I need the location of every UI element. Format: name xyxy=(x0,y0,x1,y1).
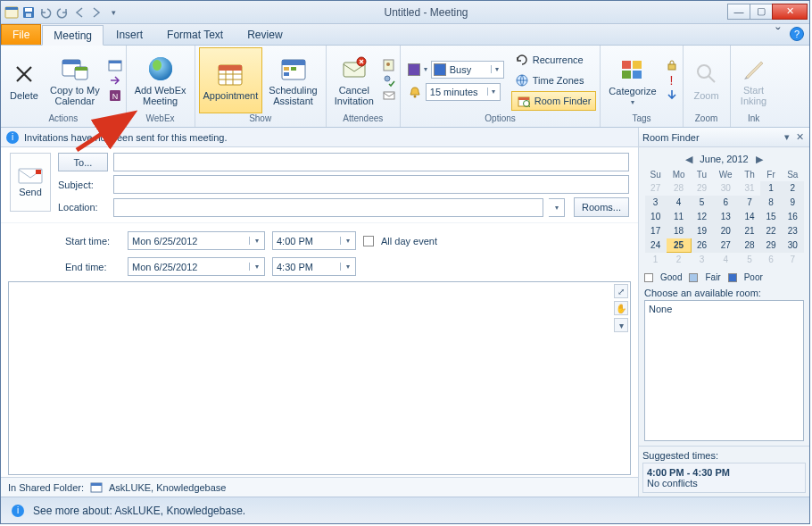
suggested-times: Suggested times: 4:00 PM - 4:30 PM No co… xyxy=(639,446,809,497)
reminder-selector[interactable]: 15 minutes ▾ xyxy=(404,82,508,102)
window-title: Untitled - Meeting xyxy=(124,6,728,19)
all-day-label: All day event xyxy=(381,236,437,246)
suggested-time-range: 4:00 PM - 4:30 PM xyxy=(647,467,801,478)
location-field[interactable] xyxy=(113,198,543,217)
location-dropdown[interactable]: ▾ xyxy=(549,198,565,217)
time-zones-button[interactable]: Time Zones xyxy=(511,71,597,90)
reminder-dropdown-icon[interactable]: ▾ xyxy=(487,88,500,96)
room-finder-button[interactable]: Room Finder xyxy=(511,91,597,111)
room-finder-close-icon[interactable]: ✕ xyxy=(793,131,806,144)
send-button[interactable]: Send xyxy=(10,153,51,212)
time-zones-label: Time Zones xyxy=(533,75,584,86)
low-importance-icon[interactable] xyxy=(665,88,679,103)
to-field[interactable] xyxy=(113,153,629,171)
tab-insert[interactable]: Insert xyxy=(104,24,154,45)
high-importance-icon[interactable]: ! xyxy=(665,73,679,88)
help-icon[interactable]: ? xyxy=(790,27,804,41)
legend-poor: Poor xyxy=(744,272,763,282)
hand-icon[interactable]: ✋ xyxy=(614,301,628,315)
end-date-field[interactable]: Mon 6/25/2012▾ xyxy=(128,257,265,276)
all-day-checkbox[interactable] xyxy=(363,236,374,246)
info-bar: i Invitations have not been sent for thi… xyxy=(1,128,638,147)
start-date-field[interactable]: Mon 6/25/2012▾ xyxy=(128,231,265,250)
svg-rect-49 xyxy=(91,483,102,486)
group-show: Appointment Scheduling Assistant Show xyxy=(195,46,327,127)
subject-field[interactable] xyxy=(113,175,629,194)
rooms-button[interactable]: Rooms... xyxy=(574,197,629,217)
undo-icon[interactable] xyxy=(38,5,53,20)
response-options-icon[interactable] xyxy=(382,88,396,103)
tab-file[interactable]: File xyxy=(1,24,41,45)
show-as-selector[interactable]: ▾ Busy ▾ xyxy=(404,60,508,79)
private-icon[interactable] xyxy=(665,58,679,72)
mini-calendar[interactable]: SuMoTuWeThFrSa 2728293031123456789101112… xyxy=(644,169,804,267)
calendar-copy-icon xyxy=(61,54,89,83)
maximize-button[interactable]: ▢ xyxy=(750,4,773,20)
next-month-icon[interactable]: ▶ xyxy=(756,154,763,165)
end-time-dropdown-icon[interactable]: ▾ xyxy=(340,263,355,271)
redo-icon[interactable] xyxy=(55,5,70,20)
minimize-ribbon-icon[interactable]: ˇ xyxy=(772,28,784,40)
group-actions: Delete Copy to My Calendar N Actions xyxy=(1,46,127,127)
suggested-time-item[interactable]: 4:00 PM - 4:30 PM No conflicts xyxy=(642,463,806,493)
check-names-icon[interactable] xyxy=(382,73,396,88)
start-time-field[interactable]: 4:00 PM▾ xyxy=(272,231,356,250)
tab-review[interactable]: Review xyxy=(236,24,294,45)
group-webex: Add WebEx Meeting WebEx xyxy=(127,46,195,127)
save-icon[interactable] xyxy=(21,5,36,20)
categorize-label: Categorize xyxy=(609,86,656,96)
tab-meeting[interactable]: Meeting xyxy=(42,25,104,46)
busy-swatch-icon xyxy=(408,63,420,76)
prev-month-icon[interactable]: ◀ xyxy=(685,154,692,165)
start-date-dropdown-icon[interactable]: ▾ xyxy=(249,237,264,245)
end-time-field[interactable]: 4:30 PM▾ xyxy=(272,257,356,276)
address-book-icon[interactable] xyxy=(382,58,396,72)
svg-point-33 xyxy=(413,95,416,97)
to-button[interactable]: To... xyxy=(58,153,108,171)
forward-small-icon[interactable] xyxy=(108,73,122,88)
cancel-invitation-button[interactable]: Cancel Invitation xyxy=(330,47,378,113)
onenote-small-icon[interactable]: N xyxy=(108,88,122,103)
appointment-button[interactable]: Appointment xyxy=(199,47,263,113)
chevron-down-icon: ▾ xyxy=(424,65,427,73)
overflow-icon[interactable]: ▾ xyxy=(614,318,628,332)
message-body[interactable]: ⤢ ✋ ▾ xyxy=(8,281,631,475)
room-finder-options-icon[interactable]: ▾ xyxy=(781,131,793,144)
group-zoom: Zoom Zoom xyxy=(684,46,731,127)
minimize-button[interactable]: — xyxy=(727,4,750,20)
add-webex-button[interactable]: Add WebEx Meeting xyxy=(130,47,191,113)
categorize-button[interactable]: Categorize ▾ xyxy=(604,47,660,113)
status-info-icon: i xyxy=(12,505,24,517)
close-button[interactable]: ✕ xyxy=(772,4,808,20)
svg-rect-43 xyxy=(668,64,675,70)
status-bar: i See more about: AskLUKE, Knowledgebase… xyxy=(1,497,809,523)
group-webex-label: WebEx xyxy=(130,113,191,126)
start-time-dropdown-icon[interactable]: ▾ xyxy=(340,237,355,245)
prev-item-icon[interactable] xyxy=(72,5,87,20)
tab-format-text[interactable]: Format Text xyxy=(155,24,235,45)
start-time-value: 4:00 PM xyxy=(273,236,340,246)
room-list[interactable]: None xyxy=(644,300,804,441)
scheduling-assistant-button[interactable]: Scheduling Assistant xyxy=(264,47,321,113)
ribbon-tabs: File Meeting Insert Format Text Review ˇ… xyxy=(1,24,809,46)
group-tags: Categorize ▾ ! Tags xyxy=(601,46,683,127)
next-item-icon[interactable] xyxy=(89,5,104,20)
app-icon xyxy=(4,5,19,20)
svg-rect-1 xyxy=(5,7,18,10)
group-attendees: Cancel Invitation Attendees xyxy=(327,46,401,127)
end-date-dropdown-icon[interactable]: ▾ xyxy=(249,263,264,271)
appointment-icon xyxy=(216,60,244,88)
delete-button[interactable]: Delete xyxy=(4,47,44,113)
qat-dropdown-icon[interactable]: ▾ xyxy=(106,5,120,20)
svg-point-44 xyxy=(698,65,710,78)
recurrence-button[interactable]: Recurrence xyxy=(511,50,597,70)
end-date-value: Mon 6/25/2012 xyxy=(128,262,249,272)
expand-icon[interactable]: ⤢ xyxy=(614,284,628,298)
copy-to-calendar-button[interactable]: Copy to My Calendar xyxy=(46,47,104,113)
webex-icon xyxy=(146,54,175,83)
calendar-small-icon[interactable] xyxy=(108,58,122,72)
show-as-dropdown-icon[interactable]: ▾ xyxy=(491,65,503,73)
group-options-label: Options xyxy=(404,113,597,126)
start-inking-button: Start Inking xyxy=(734,47,774,113)
group-ink-label: Ink xyxy=(734,113,774,126)
